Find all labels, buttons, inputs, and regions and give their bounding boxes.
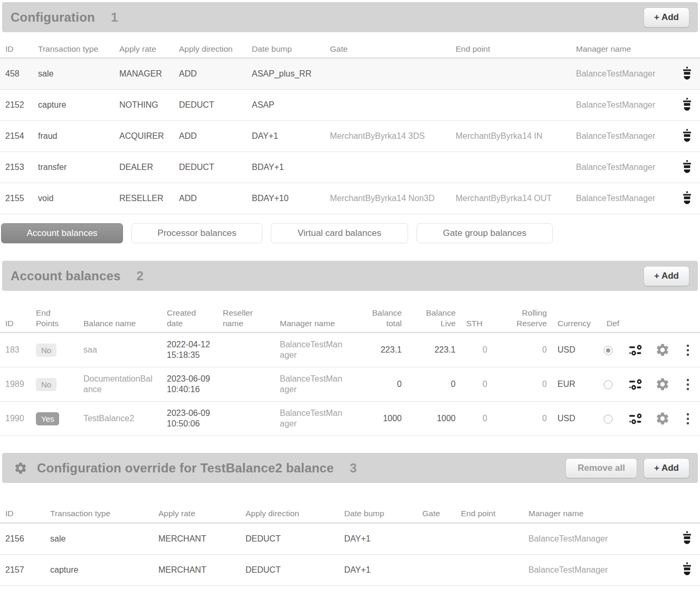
col-header-id: ID [0,40,33,58]
col-header-manager-name: Manager name [571,40,674,58]
cell-balance-name: TestBalance2 [78,402,162,436]
cell-gate [417,523,456,555]
col-header-currency: Currency [552,304,598,333]
balance-settings-button[interactable] [655,411,670,426]
cell-manager-name: BalanceTestManager [571,121,674,152]
default-radio[interactable] [603,346,613,355]
col-header-balance-name: Balance name [78,304,162,333]
cell-sth: 0 [461,333,493,367]
balance-settings-button[interactable] [655,377,670,392]
cell-sth: 0 [461,402,493,436]
tab-account-balances[interactable]: Account balances [1,223,123,243]
cell-end-points: Yes [31,402,78,436]
col-header-manager-name: Manager name [275,304,351,333]
cell-created-date: 2023-06-09 10:50:06 [162,402,217,436]
table-row: 2152 capture NOTHING DEDUCT ASAP Balance… [0,90,700,121]
col-header-end-point: End point [456,498,523,523]
sliders-icon [629,413,643,424]
cell-end-point: MerchantByByrka14 IN [450,121,571,152]
cell-transaction-type: sale [45,523,153,555]
cell-manager-name: BalanceTestManager [571,183,674,214]
balance-type-tabs: Account balances Processor balances Virt… [1,223,699,243]
col-header-apply-rate: Apply rate [153,498,240,523]
sliders-icon [629,345,643,356]
section-count-badge: 1 [111,10,118,25]
col-header-apply-direction: Apply direction [240,498,339,523]
cell-apply-rate: MERCHANT [153,554,240,585]
table-row: 1990 Yes TestBalance2 2023-06-09 10:50:0… [0,402,700,436]
cell-gate [325,152,450,183]
more-options-button[interactable] [686,378,689,391]
cell-rolling-reserve: 0 [493,333,552,367]
delete-row-button[interactable] [681,531,693,546]
configuration-section-header: Configuration 1 + Add [2,2,698,32]
col-header-id: ID [0,304,31,333]
cell-apply-direction: DEDUCT [240,554,339,585]
cell-apply-direction: DEDUCT [240,523,339,555]
cell-apply-rate: NOTHING [114,90,174,121]
table-row: 2155 void RESELLER ADD BDAY+10 MerchantB… [0,183,700,214]
balance-config-button[interactable] [629,345,643,356]
delete-row-button[interactable] [681,67,693,82]
add-override-button[interactable]: + Add [644,458,689,478]
add-configuration-button[interactable]: + Add [644,7,689,27]
tab-gate-group-balances[interactable]: Gate group balances [417,223,553,243]
kebab-menu-icon [686,344,689,356]
more-options-button[interactable] [686,413,689,425]
gear-icon [655,411,670,426]
endpoints-badge: Yes [36,412,59,425]
gear-icon [655,377,670,392]
balance-config-button[interactable] [629,379,643,390]
tab-processor-balances[interactable]: Processor balances [131,223,262,243]
more-options-button[interactable] [686,344,689,356]
trash-icon [681,98,693,113]
delete-row-button[interactable] [681,191,693,206]
table-row: 1989 No DocumentationBalance 2023-06-09 … [0,367,700,402]
col-header-id: ID [0,498,45,523]
cell-balance-live: 0 [407,367,461,402]
cell-manager-name: BalanceTestManager [275,367,351,402]
cell-apply-rate: MANAGER [114,58,174,90]
cell-apply-direction: ADD [174,58,247,90]
cell-currency: USD [552,402,598,436]
cell-manager-name: BalanceTestManager [571,90,674,121]
cell-end-point [450,58,571,90]
section-title: Configuration override for TestBalance2 … [37,461,334,476]
trash-icon [681,160,693,175]
col-header-manager-name: Manager name [523,498,674,523]
cell-gate: MerchantByByrka14 Non3D [325,183,450,214]
balance-config-button[interactable] [629,413,643,424]
default-radio[interactable] [603,380,613,390]
cell-id: 2152 [0,90,33,121]
col-header-def: Def [598,304,623,333]
delete-row-button[interactable] [681,98,693,113]
trash-icon [681,129,693,144]
cell-manager-name: BalanceTestManager [275,333,351,367]
col-header-date-bump: Date bump [247,40,325,58]
cell-transaction-type: transfer [33,152,114,183]
add-balance-button[interactable]: + Add [644,266,689,286]
trash-icon [681,531,693,546]
col-header-rolling-reserve: Rolling Reserve [493,304,552,333]
cell-end-point [456,554,523,585]
cell-id: 1990 [0,402,31,436]
cell-manager-name: BalanceTestManager [571,58,674,90]
delete-row-button[interactable] [681,129,693,144]
col-header-gate: Gate [325,40,450,58]
cell-transaction-type: fraud [33,121,114,152]
endpoints-badge: No [36,378,56,391]
cell-apply-direction: DEDUCT [174,152,247,183]
delete-row-button[interactable] [681,160,693,175]
tab-virtual-card-balances[interactable]: Virtual card balances [271,223,408,243]
delete-row-button[interactable] [681,562,693,577]
balance-settings-button[interactable] [655,343,670,357]
remove-all-button[interactable]: Remove all [565,458,637,478]
configuration-override-section-header: Configuration override for TestBalance2 … [2,453,698,483]
col-header-balance-total: Balance total [351,304,407,333]
default-radio[interactable] [603,414,613,424]
cell-date-bump: BDAY+1 [247,152,325,183]
cell-date-bump: DAY+1 [339,554,417,585]
cell-reseller-name [217,402,275,436]
kebab-menu-icon [686,413,689,425]
table-row: 2156 sale MERCHANT DEDUCT DAY+1 BalanceT… [0,523,700,555]
